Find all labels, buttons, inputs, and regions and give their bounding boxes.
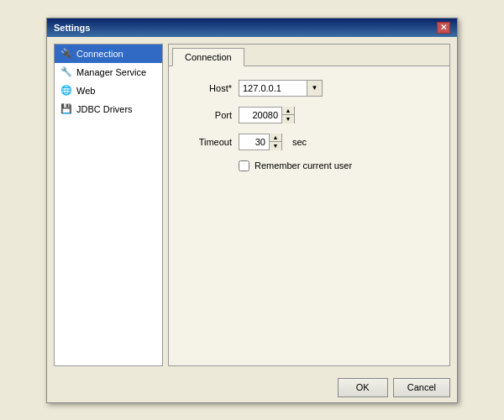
manager-service-icon: 🔧 — [60, 66, 73, 79]
timeout-row: Timeout ▲ ▼ sec — [186, 134, 433, 150]
sidebar-item-manager-service-label: Manager Service — [76, 67, 146, 77]
tab-bar: Connection — [169, 45, 449, 66]
remember-label: Remember current user — [255, 160, 352, 171]
content-panel: Connection Host* ▼ Port — [168, 44, 450, 366]
tab-content: Host* ▼ Port ▲ ▼ — [169, 66, 449, 365]
port-spinner-down[interactable]: ▼ — [282, 115, 294, 123]
tab-connection-label: Connection — [185, 52, 232, 62]
timeout-spinner-group: ▲ ▼ — [239, 134, 282, 150]
jdbc-icon: 💾 — [60, 102, 73, 116]
settings-dialog: Settings ✕ 🔌 Connection 🔧 Manager Servic… — [46, 18, 458, 403]
ok-button[interactable]: OK — [338, 378, 388, 397]
timeout-suffix: sec — [292, 137, 307, 147]
host-dropdown-arrow[interactable]: ▼ — [307, 81, 322, 96]
host-input[interactable] — [239, 81, 307, 96]
tree-panel: 🔌 Connection 🔧 Manager Service 🌐 Web 💾 J… — [54, 44, 163, 366]
port-input[interactable] — [239, 108, 281, 123]
tab-connection[interactable]: Connection — [172, 48, 244, 66]
sidebar-item-manager-service[interactable]: 🔧 Manager Service — [55, 63, 162, 81]
connection-icon: 🔌 — [60, 47, 73, 60]
port-label: Port — [186, 110, 232, 120]
close-button[interactable]: ✕ — [437, 22, 450, 34]
cancel-button[interactable]: Cancel — [393, 378, 450, 397]
sidebar-item-jdbc-label: JDBC Drivers — [76, 104, 133, 114]
timeout-input[interactable] — [239, 134, 269, 150]
port-spinner-up[interactable]: ▲ — [282, 107, 294, 115]
port-spinner-buttons: ▲ ▼ — [281, 107, 294, 123]
title-bar: Settings ✕ — [47, 18, 457, 37]
port-spinner-group: ▲ ▼ — [239, 107, 295, 123]
timeout-spinner-down[interactable]: ▼ — [270, 142, 281, 150]
remember-checkbox[interactable] — [239, 160, 249, 171]
dialog-title: Settings — [54, 23, 90, 33]
dialog-footer: OK Cancel — [47, 373, 457, 402]
host-label: Host* — [186, 83, 232, 93]
remember-user-row: Remember current user — [239, 160, 433, 171]
port-row: Port ▲ ▼ — [186, 107, 433, 123]
sidebar-item-jdbc-drivers[interactable]: 💾 JDBC Drivers — [55, 100, 162, 118]
host-row: Host* ▼ — [186, 80, 433, 97]
sidebar-item-web-label: Web — [76, 86, 95, 96]
sidebar-item-web[interactable]: 🌐 Web — [55, 81, 162, 100]
sidebar-item-connection-label: Connection — [76, 49, 123, 59]
dialog-body: 🔌 Connection 🔧 Manager Service 🌐 Web 💾 J… — [47, 37, 457, 373]
host-input-group: ▼ — [239, 80, 323, 97]
timeout-spinner-buttons: ▲ ▼ — [269, 134, 281, 150]
sidebar-item-connection[interactable]: 🔌 Connection — [55, 45, 162, 63]
web-icon: 🌐 — [60, 84, 73, 97]
timeout-spinner-up[interactable]: ▲ — [270, 134, 281, 142]
timeout-label: Timeout — [186, 137, 232, 147]
